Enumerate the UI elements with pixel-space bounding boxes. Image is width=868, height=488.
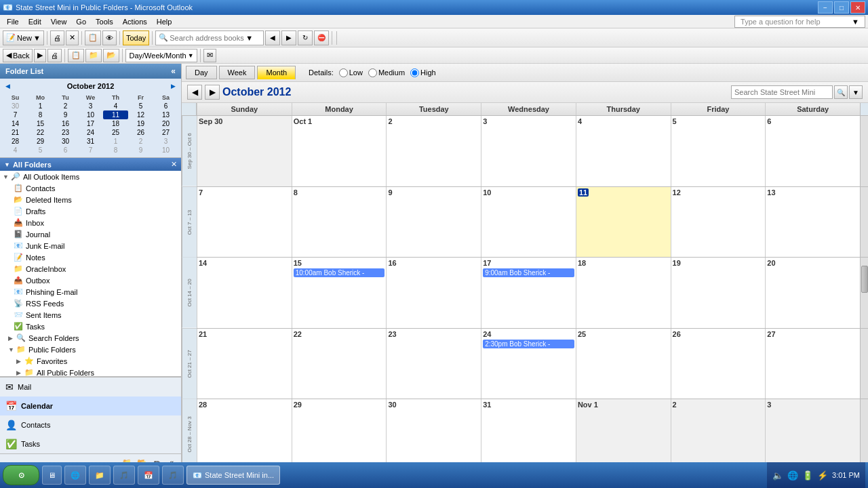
mini-day-n3[interactable]: 3 — [153, 137, 178, 146]
day-nov3[interactable]: 3 — [765, 399, 860, 470]
mini-day-19[interactable]: 19 — [128, 119, 153, 128]
all-folders-expand[interactable]: ▼ — [4, 161, 10, 168]
day-24[interactable]: 24 2:30pm Bob Sherick - — [481, 329, 576, 399]
scrollbar-thumb-3[interactable] — [861, 266, 868, 293]
radio-medium-input[interactable] — [368, 68, 377, 77]
day-11[interactable]: 11 — [576, 187, 671, 258]
mini-day-15[interactable]: 15 — [28, 119, 53, 128]
scrollbar-1[interactable] — [860, 116, 868, 186]
day-8[interactable]: 8 — [292, 187, 387, 258]
media-taskbar-btn[interactable]: 🎵 — [113, 466, 135, 485]
tab-month[interactable]: Month — [257, 66, 296, 79]
mini-day-22[interactable]: 22 — [28, 128, 53, 137]
mini-day-5[interactable]: 5 — [128, 102, 153, 110]
folder-deleted[interactable]: 📂 Deleted Items — [0, 194, 181, 205]
folder-outbox[interactable]: 📤 Outbox — [0, 274, 181, 286]
new-button[interactable]: 📝 New ▼ — [3, 30, 44, 45]
tb2-btn3[interactable]: 📂 — [103, 49, 119, 62]
scrollbar-3[interactable] — [860, 258, 868, 328]
mini-day-11[interactable]: 11 — [103, 110, 128, 119]
ie-taskbar-btn[interactable]: 🌐 — [64, 466, 86, 485]
mini-day-n2[interactable]: 2 — [128, 137, 153, 146]
scrollbar-2[interactable] — [860, 187, 868, 258]
day-31[interactable]: 31 — [481, 399, 576, 470]
radio-low[interactable]: Low — [339, 68, 363, 77]
mini-day-30[interactable]: 30 — [3, 102, 28, 110]
cal-prev-btn[interactable]: ◀ — [187, 85, 202, 100]
help-search[interactable]: ▼ — [734, 16, 865, 28]
radio-high-input[interactable] — [410, 68, 419, 77]
mini-day-n10[interactable]: 10 — [153, 146, 178, 155]
menu-tools[interactable]: Tools — [92, 16, 117, 27]
day-nov1[interactable]: Nov 1 — [576, 399, 671, 470]
cal-search-dropdown[interactable]: ▼ — [849, 85, 863, 99]
nav-mail[interactable]: ✉ Mail — [0, 378, 181, 396]
folder-junk[interactable]: 📧 Junk E-mail — [0, 240, 181, 251]
day-oct1[interactable]: Oct 1 — [292, 116, 387, 186]
mini-day-26[interactable]: 26 — [128, 128, 153, 137]
day-5[interactable]: 5 — [671, 116, 766, 186]
menu-go[interactable]: Go — [72, 16, 90, 27]
day-27[interactable]: 27 — [765, 329, 860, 399]
folder-search[interactable]: ▶ 🔍 Search Folders — [0, 332, 181, 344]
mini-day-27[interactable]: 27 — [153, 128, 178, 137]
folder-drafts[interactable]: 📄 Drafts — [0, 205, 181, 217]
new-dropdown-icon[interactable]: ▼ — [33, 34, 41, 42]
search-address-input[interactable] — [170, 34, 244, 42]
scrollbar-5[interactable] — [860, 399, 868, 470]
menu-actions[interactable]: Actions — [119, 16, 151, 27]
event-oct15[interactable]: 10:00am Bob Sherick - — [294, 268, 385, 277]
day-9[interactable]: 9 — [386, 187, 481, 258]
scrollbar-4[interactable] — [860, 329, 868, 399]
mini-day-n8[interactable]: 8 — [103, 146, 128, 155]
mini-day-2[interactable]: 2 — [53, 102, 78, 110]
start-button[interactable]: ⊙ — [3, 465, 39, 485]
day-7[interactable]: 7 — [197, 187, 292, 258]
radio-high[interactable]: High — [410, 68, 436, 77]
day-10[interactable]: 10 — [481, 187, 576, 258]
mini-day-4[interactable]: 4 — [103, 102, 128, 110]
tab-week[interactable]: Week — [219, 66, 256, 79]
day-16[interactable]: 16 — [386, 258, 481, 328]
address-next[interactable]: ▶ — [281, 30, 296, 45]
day-20[interactable]: 20 — [765, 258, 860, 328]
day-23[interactable]: 23 — [386, 329, 481, 399]
menu-file[interactable]: File — [3, 16, 23, 27]
mini-day-28[interactable]: 28 — [3, 137, 28, 146]
mini-day-n7[interactable]: 7 — [78, 146, 103, 155]
event-oct24[interactable]: 2:30pm Bob Sherick - — [483, 340, 574, 348]
folder-contacts[interactable]: 📋 Contacts — [0, 182, 181, 194]
mini-day-12[interactable]: 12 — [128, 110, 153, 119]
search-dropdown-icon[interactable]: ▼ — [245, 34, 253, 42]
outlook-taskbar-btn[interactable]: 📅 — [138, 466, 159, 485]
folder-oracle[interactable]: 📁 OracleInbox — [0, 263, 181, 274]
menu-edit[interactable]: Edit — [24, 16, 45, 27]
mini-day-14[interactable]: 14 — [3, 119, 28, 128]
explorer-taskbar-btn[interactable]: 📁 — [89, 466, 111, 485]
tb2-btn2[interactable]: 📁 — [85, 49, 102, 62]
search-address-books[interactable]: 🔍 ▼ — [155, 30, 264, 45]
tab-day[interactable]: Day — [186, 66, 217, 79]
day-14[interactable]: 14 — [197, 258, 292, 328]
event-oct17[interactable]: 9:00am Bob Sherick - — [483, 268, 574, 277]
menu-view[interactable]: View — [47, 16, 71, 27]
view-button[interactable]: 👁 — [102, 30, 117, 45]
forward-button[interactable]: ▶ — [34, 49, 46, 62]
folder-notes[interactable]: 📝 Notes — [0, 251, 181, 263]
mini-cal-next[interactable]: ▶ — [169, 81, 178, 91]
mini-day-29[interactable]: 29 — [28, 137, 53, 146]
help-dropdown-icon[interactable]: ▼ — [852, 18, 859, 26]
address-prev[interactable]: ◀ — [265, 30, 280, 45]
tb2-btn1[interactable]: 📋 — [68, 49, 84, 62]
mini-day-6[interactable]: 6 — [153, 102, 178, 110]
cal-search-input[interactable] — [731, 85, 833, 99]
mini-day-17[interactable]: 17 — [78, 119, 103, 128]
folder-tasks[interactable]: ✅ Tasks — [0, 321, 181, 332]
day-26[interactable]: 26 — [671, 329, 766, 399]
day-18[interactable]: 18 — [576, 258, 671, 328]
day-4[interactable]: 4 — [576, 116, 671, 186]
mini-day-9[interactable]: 9 — [53, 110, 78, 119]
nav-calendar[interactable]: 📅 Calendar — [0, 396, 181, 415]
all-folders-close-icon[interactable]: ✕ — [171, 160, 177, 169]
day-29[interactable]: 29 — [292, 399, 387, 470]
